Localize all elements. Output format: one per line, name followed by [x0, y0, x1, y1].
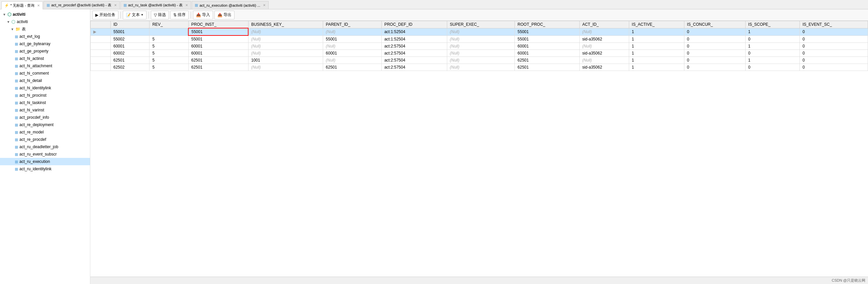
cell-business-key[interactable]: (Null): [248, 28, 323, 35]
cell-is-scope[interactable]: 0: [745, 35, 800, 43]
sidebar-item-act-ru-deadletter-job[interactable]: ▦ act_ru_deadletter_job: [0, 143, 90, 151]
cell-is-scope[interactable]: 1: [745, 28, 800, 35]
cell-is-scope[interactable]: 1: [745, 43, 800, 50]
sidebar-item-act-hi-identitylink[interactable]: ▦ act_hi_identitylink: [0, 84, 90, 92]
cell-super-exec[interactable]: (Null): [447, 28, 515, 35]
cell-is-concur[interactable]: 0: [684, 35, 745, 43]
sidebar-item-act-evt-log[interactable]: ▦ act_evt_log: [0, 33, 90, 40]
cell-proc-def-id[interactable]: act:1:52504: [381, 28, 447, 35]
cell-super-exec[interactable]: (Null): [447, 57, 515, 64]
cell-root-proc[interactable]: 60001: [515, 43, 579, 50]
cell-is-scope[interactable]: 1: [745, 57, 800, 64]
tab-procdef[interactable]: ▦ act_re_procdef @activiti (activiti) - …: [43, 1, 120, 9]
cell-rev[interactable]: 5: [150, 35, 188, 43]
cell-business-key[interactable]: 1001: [248, 57, 323, 64]
cell-is-concur[interactable]: 0: [684, 64, 745, 71]
cell-proc-inst[interactable]: [188, 28, 248, 35]
cell-is-event-sc[interactable]: 0: [800, 35, 868, 43]
col-rev[interactable]: REV_: [150, 21, 188, 28]
table-row[interactable]: 62502562501(Null)62501act:2:57504(Null)6…: [91, 64, 868, 71]
sidebar-item-act-ge-property[interactable]: ▦ act_ge_property: [0, 48, 90, 55]
sidebar-item-act-re-procdef[interactable]: ▦ act_re_procdef: [0, 136, 90, 143]
col-is-scope[interactable]: IS_SCOPE_: [745, 21, 800, 28]
sidebar-item-act-ru-event-subscr[interactable]: ▦ act_ru_event_subscr: [0, 151, 90, 158]
cell-business-key[interactable]: (Null): [248, 64, 323, 71]
cell-rev[interactable]: 5: [150, 64, 188, 71]
table-container[interactable]: ID REV_ PROC_INST_ BUSINESS_KEY_ PARENT_…: [90, 21, 868, 277]
cell-parent-id[interactable]: 62501: [323, 64, 382, 71]
sidebar-item-act-ge-bytearray[interactable]: ▦ act_ge_bytearray: [0, 40, 90, 48]
cell-rev[interactable]: 5: [150, 50, 188, 57]
col-root-proc[interactable]: ROOT_PROC_: [515, 21, 579, 28]
cell-parent-id[interactable]: 60001: [323, 50, 382, 57]
col-is-active[interactable]: IS_ACTIVE_: [629, 21, 684, 28]
table-row[interactable]: 55002555001(Null)55001act:1:52504(Null)5…: [91, 35, 868, 43]
col-id[interactable]: ID: [111, 21, 150, 28]
sidebar-item-act-ru-identitylink[interactable]: ▦ act_ru_identitylink: [0, 165, 90, 172]
start-task-button[interactable]: ▶ 开始任务: [92, 11, 118, 20]
cell-rev[interactable]: [150, 28, 188, 35]
cell-is-active[interactable]: 1: [629, 35, 684, 43]
table-row[interactable]: 625015625011001(Null)act:2:57504(Null)62…: [91, 57, 868, 64]
tab-untitled[interactable]: ⚡ * 无标题 - 查询 ✕: [1, 1, 43, 9]
proc-inst-input[interactable]: [191, 29, 211, 34]
tab-close-untitled[interactable]: ✕: [37, 4, 40, 7]
sidebar-item-act-ru-execution[interactable]: ▦ act_ru_execution: [0, 158, 90, 165]
cell-root-proc[interactable]: 55001: [515, 28, 579, 35]
sidebar-item-act-procdef-info[interactable]: ▦ act_procdef_info: [0, 114, 90, 121]
import-button[interactable]: 📥 导入: [193, 11, 213, 20]
col-proc-inst[interactable]: PROC_INST_: [188, 21, 248, 28]
cell-id[interactable]: 55001: [111, 28, 150, 35]
cell-parent-id[interactable]: (Null): [323, 43, 382, 50]
col-super-exec[interactable]: SUPER_EXEC_: [447, 21, 515, 28]
cell-proc-def-id[interactable]: act:1:52504: [381, 35, 447, 43]
cell-id[interactable]: 62501: [111, 57, 150, 64]
tab-close-procdef[interactable]: ✕: [114, 3, 117, 7]
cell-id[interactable]: 55002: [111, 35, 150, 43]
col-act-id[interactable]: ACT_ID_: [579, 21, 629, 28]
tab-rutask[interactable]: ▦ act_ru_task @activiti (activiti) - 表 ✕: [120, 1, 191, 9]
cell-proc-inst[interactable]: 62501: [188, 57, 248, 64]
cell-proc-def-id[interactable]: act:2:57504: [381, 64, 447, 71]
text-button[interactable]: 📝 文本 ▼: [123, 11, 147, 20]
sort-button[interactable]: ⇅ 排序: [170, 11, 189, 20]
cell-super-exec[interactable]: (Null): [447, 43, 515, 50]
sidebar-item-act-re-deployment[interactable]: ▦ act_re_deployment: [0, 121, 90, 128]
table-row[interactable]: 60002560001(Null)60001act:2:57504(Null)6…: [91, 50, 868, 57]
cell-act-id[interactable]: (Null): [579, 43, 629, 50]
table-row[interactable]: ▶55001(Null)(Null)act:1:52504(Null)55001…: [91, 28, 868, 35]
cell-act-id[interactable]: (Null): [579, 57, 629, 64]
cell-super-exec[interactable]: (Null): [447, 50, 515, 57]
sidebar-item-activiti-root[interactable]: ▼ ⬡ activiti: [0, 11, 90, 18]
sidebar-item-tables-folder[interactable]: ▼ 📁 表: [0, 25, 90, 33]
sidebar-item-act-hi-varinst[interactable]: ▦ act_hi_varinst: [0, 106, 90, 114]
sidebar-item-act-hi-taskinst[interactable]: ▦ act_hi_taskinst: [0, 99, 90, 106]
sidebar-item-activiti[interactable]: ▼ ⬡ activiti: [0, 18, 90, 25]
cell-is-scope[interactable]: 0: [745, 64, 800, 71]
sidebar-item-act-hi-detail[interactable]: ▦ act_hi_detail: [0, 77, 90, 84]
cell-root-proc[interactable]: 60001: [515, 50, 579, 57]
cell-proc-inst[interactable]: 62501: [188, 64, 248, 71]
cell-rev[interactable]: 5: [150, 43, 188, 50]
cell-business-key[interactable]: (Null): [248, 43, 323, 50]
cell-proc-inst[interactable]: 55001: [188, 35, 248, 43]
col-is-concur[interactable]: IS_CONCUR_: [684, 21, 745, 28]
cell-is-concur[interactable]: 0: [684, 50, 745, 57]
cell-business-key[interactable]: (Null): [248, 50, 323, 57]
cell-is-active[interactable]: 1: [629, 64, 684, 71]
sidebar-item-act-hi-comment[interactable]: ▦ act_hi_comment: [0, 70, 90, 77]
table-row[interactable]: 60001560001(Null)(Null)act:2:57504(Null)…: [91, 43, 868, 50]
cell-business-key[interactable]: (Null): [248, 35, 323, 43]
col-parent-id[interactable]: PARENT_ID_: [323, 21, 382, 28]
cell-is-active[interactable]: 1: [629, 57, 684, 64]
col-business-key[interactable]: BUSINESS_KEY_: [248, 21, 323, 28]
cell-is-concur[interactable]: 0: [684, 28, 745, 35]
sidebar-item-act-re-model[interactable]: ▦ act_re_model: [0, 128, 90, 136]
cell-id[interactable]: 60002: [111, 50, 150, 57]
cell-act-id[interactable]: sid-a35062: [579, 64, 629, 71]
cell-root-proc[interactable]: 62501: [515, 57, 579, 64]
sidebar-item-act-hi-procinst[interactable]: ▦ act_hi_procinst: [0, 92, 90, 99]
cell-proc-inst[interactable]: 60001: [188, 50, 248, 57]
cell-is-active[interactable]: 1: [629, 28, 684, 35]
cell-act-id[interactable]: sid-a35062: [579, 50, 629, 57]
